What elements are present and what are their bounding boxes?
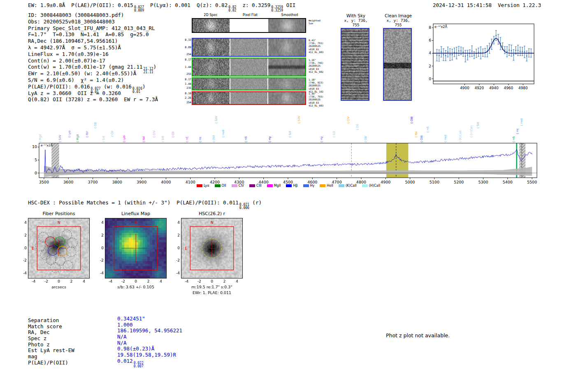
svg-text:N: N xyxy=(211,220,214,225)
full-spectrum-chart: 3500360037003800390040004100420043004400… xyxy=(23,141,554,187)
cutout-row-annotation: 1.18" (740, 923) 20200525 v018_03 412_RL… xyxy=(309,78,323,93)
x-tick-label: -4 xyxy=(30,279,38,283)
match-field-label: P(LAE)/P(OII) xyxy=(28,360,117,366)
stacked-uncertainty: 0.820.82 xyxy=(228,6,236,12)
cutout-row: Weighted Sum xyxy=(192,18,306,33)
with-sky-coords: x, y: 736, 755 xyxy=(341,18,371,27)
with-sky-image xyxy=(341,29,369,100)
spec-cutout-grid: 2D SpecPixel FlatSmoothedWeighted Sum0.3… xyxy=(192,12,323,107)
legend-label: (K)CaII xyxy=(346,184,357,188)
header-timestamp: 2024-12-31 15:41:58 Version 1.22.3 xyxy=(433,2,541,8)
info-line: λ = 4942.97Å σ = 5.75(±1.55)Å xyxy=(28,44,158,51)
spectral-line-label-SiII: ( SiII xyxy=(476,122,480,128)
text-run: N/A xyxy=(117,334,127,340)
x-tick-label: 4 xyxy=(233,279,241,283)
info-line: F=1.7" T=0.130 N=1.41 A=0.85 g=25.0 xyxy=(28,31,158,38)
scale-value: 0.89 xyxy=(185,46,191,49)
match-table: Separation0.342451"Match score1.000RA, D… xyxy=(28,318,182,366)
cutout-image xyxy=(230,58,267,76)
spectral-line-label-CII: ( CII xyxy=(111,131,114,137)
text-run: HSC-DEX : Possible Matches = 1 (within +… xyxy=(28,199,239,206)
scale-value: 254 xyxy=(186,101,191,104)
fiber-circle xyxy=(48,246,58,255)
legend-swatch xyxy=(232,184,237,187)
svg-text:N: N xyxy=(135,220,137,225)
legend-item-Hγ: Hγ xyxy=(303,184,315,188)
text-run: EWr = 2.10(±0.50) (w: 2.40(±0.55))Å xyxy=(28,70,136,77)
match-field-value: 1.000 xyxy=(117,322,133,328)
cutout-row-annotation: 1.16" (736, 746) 20200525 v018_03 412_RL… xyxy=(309,58,323,73)
text-run: P(LAE)/P(OII): 0.016 xyxy=(28,84,90,90)
text-run: LyA z = 3.0660 OII z = 0.3260 xyxy=(28,90,121,96)
spectral-line-label-Hδ: ( Hδ xyxy=(426,126,430,132)
info-line: Primary Spec_Slot_IFU_AMP: 412_013_043_R… xyxy=(28,25,158,32)
legend-item-(K)CaII: (K)CaII xyxy=(339,184,357,188)
legend-swatch xyxy=(197,184,202,187)
scale-value: 1.44 xyxy=(185,66,191,69)
source-info-block: ID: 3008448003 (3008448003.pdf)Obs: 2020… xyxy=(28,12,158,103)
lineflux-map-plot: NE -4-4-2-2002244 xyxy=(105,218,167,278)
x-tick-label: 0 xyxy=(208,279,216,283)
legend-label: Hβ xyxy=(293,184,297,188)
legend-label: CIII xyxy=(256,184,262,188)
match-field-label: Match score xyxy=(28,324,117,330)
photz-note: Phot z plot not available. xyxy=(386,332,450,339)
cutout-image xyxy=(268,19,305,32)
match-table-row: Spec zN/A xyxy=(28,336,182,342)
y-tick-label: 2 xyxy=(172,233,180,237)
stacked-uncertainty: 21.1221.11 xyxy=(143,67,153,74)
x-tick-label: 0 xyxy=(132,279,140,283)
legend-item-HeII: HeII xyxy=(320,184,333,188)
fiber-circle xyxy=(51,262,60,272)
spectral-line-label-CII: ( CII xyxy=(172,132,175,137)
x-tick-label: -2 xyxy=(195,279,203,283)
y-tick-label: 0 xyxy=(172,246,180,250)
cutout-image xyxy=(193,58,230,76)
info-line: RA,Dec (186.109467,54.956161) xyxy=(28,38,158,44)
y-tick-label: -2 xyxy=(19,258,27,262)
cutout-row: 0.102.262541.45" (736, 755) 20200525 v01… xyxy=(192,91,306,105)
svg-text:5: 5 xyxy=(35,158,37,162)
clean-image-frame xyxy=(383,28,412,101)
fiber-positions-title: Fiber Positions xyxy=(28,211,90,216)
cutout-row-annotation: 1.45" (736, 755) 20200525 v018_03 412_RL… xyxy=(309,92,323,107)
info-line: Obs: 20200525v018_3008448003 xyxy=(28,19,158,25)
legend-item-(H)CaII: (H)CaII xyxy=(362,184,380,188)
match-table-row: mag19.58(19.58,19.59)R xyxy=(28,354,182,360)
scale-value: 0.17 xyxy=(185,78,191,81)
text-run: 1.000 xyxy=(117,322,133,328)
match-field-value: 186.109596, 54.956221 xyxy=(117,328,182,334)
legend-item-CIV: CIV xyxy=(232,184,244,188)
match-table-row: P(LAE)/P(OII)0.0120.0220.007 xyxy=(28,360,182,366)
y-tick-label: 2 xyxy=(19,233,27,237)
hsc-cutout-plot: NE -4-4-2-2002244 xyxy=(181,218,243,278)
fiber-circle xyxy=(46,255,56,265)
match-field-value: 0.98(±0.23)Å xyxy=(117,346,154,352)
text-run: LineFlux = 1.70(±0.39)e-16 xyxy=(28,51,109,57)
cutout-row-annotation: 0.43" (736, 755) 20200525 v018_02 412_RL… xyxy=(309,39,323,53)
cutout-image xyxy=(230,92,267,104)
fiber-positions-overlay: NE xyxy=(28,218,90,278)
scale-value: 235 xyxy=(186,87,191,90)
text-run: EW: 1.9±0.8Å P(LAE)/P(OII): 0.015 xyxy=(28,2,133,8)
sub-value: 0.01 xyxy=(132,90,142,94)
stacked-uncertainty: 0.0270.009 xyxy=(134,6,144,12)
cutout-column-title: Smoothed xyxy=(271,13,309,17)
cutout-row-scale: 0.102.26254 xyxy=(182,92,191,104)
x-tick-label: 2 xyxy=(144,279,153,283)
x-tick-label: 0 xyxy=(55,279,63,283)
text-run: 0.012 xyxy=(117,358,133,364)
legend-swatch xyxy=(286,184,292,187)
y-tick-label: -4 xyxy=(95,271,104,275)
x-tick-label: -4 xyxy=(183,279,191,283)
y-tick-label: 0 xyxy=(19,246,27,250)
y-tick-label: 4 xyxy=(172,220,180,225)
svg-text:2: 2 xyxy=(429,64,431,68)
cutout-image xyxy=(268,92,305,104)
scale-value: 254 xyxy=(186,53,191,56)
hsc-caption2: EWr: 1. PLAE: 0.011 xyxy=(177,290,247,295)
spectral-line-label-OIII: ( OIII xyxy=(410,116,413,123)
elixer-report-page: EW: 1.9±0.8Å P(LAE)/P(OII): 0.0150.0270.… xyxy=(0,0,576,392)
sub-value: 0.3259 xyxy=(271,9,283,12)
spectral-line-labels: ( MgII( SiIV( Lyα( MgII( NV( OII( SiII( … xyxy=(23,106,554,142)
